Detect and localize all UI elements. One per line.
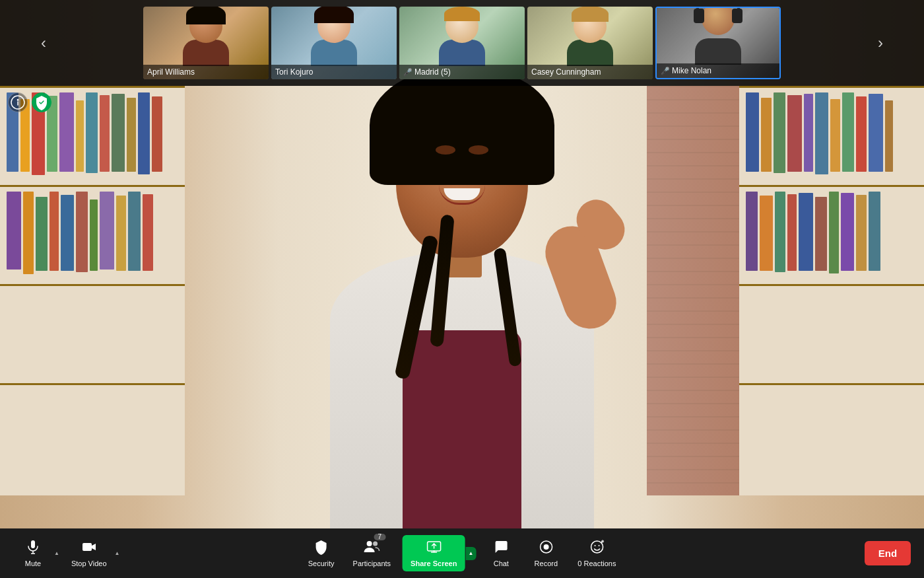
video-background xyxy=(0,0,924,578)
share-screen-icon xyxy=(426,539,442,558)
video-chevron[interactable]: ▲ xyxy=(112,547,123,560)
participants-icon-wrapper: 7 xyxy=(363,539,380,558)
thumbnail-label-tori: Tori Kojuro xyxy=(271,65,397,79)
stop-video-label: Stop Video xyxy=(71,560,107,567)
info-button[interactable] xyxy=(8,92,28,112)
record-button[interactable]: Record xyxy=(526,535,566,571)
reactions-svg xyxy=(589,539,605,555)
end-button[interactable]: End xyxy=(865,541,911,565)
mute-group: Mute ▲ xyxy=(13,535,62,571)
svg-point-16 xyxy=(594,545,595,546)
share-screen-svg xyxy=(426,539,442,555)
thumbnails-bar: ‹ April Williams xyxy=(0,0,924,86)
info-icon xyxy=(10,94,26,110)
info-icons-bar xyxy=(8,92,51,112)
stop-video-group: Stop Video ▲ xyxy=(65,535,123,571)
reactions-button[interactable]: 0 Reactions xyxy=(571,535,622,571)
stop-video-button[interactable]: Stop Video xyxy=(65,535,114,571)
svg-point-7 xyxy=(366,541,372,546)
share-screen-label: Share Screen xyxy=(411,560,457,567)
record-icon xyxy=(538,539,554,558)
chat-button[interactable]: Chat xyxy=(481,535,521,571)
svg-point-8 xyxy=(373,542,378,546)
chevron-up-icon: ▲ xyxy=(54,551,59,556)
reactions-icon xyxy=(589,539,605,558)
reactions-label: 0 Reactions xyxy=(578,560,616,567)
svg-point-15 xyxy=(591,541,603,553)
toolbar-right: End xyxy=(865,541,911,565)
participants-button[interactable]: 7 Participants xyxy=(346,535,397,571)
toolbar-center: Security 7 Participants xyxy=(302,535,623,571)
thumbnail-label-casey: Casey Cunningham xyxy=(527,65,653,79)
mute-button[interactable]: Mute xyxy=(13,535,53,571)
svg-rect-3 xyxy=(31,540,35,548)
share-screen-group: Share Screen ▲ xyxy=(403,535,476,571)
chevron-up-icon-3: ▲ xyxy=(468,551,473,556)
security-shield-button[interactable] xyxy=(32,92,51,112)
shield-toolbar-icon xyxy=(314,539,329,555)
muted-icon-mike: 🎤 xyxy=(661,67,670,75)
next-arrow[interactable]: › xyxy=(870,28,891,57)
mic-svg xyxy=(25,539,41,555)
prev-arrow[interactable]: ‹ xyxy=(33,28,54,57)
chat-label: Chat xyxy=(494,560,509,567)
toolbar: Mute ▲ Stop Video ▲ xyxy=(0,528,924,578)
participants-svg xyxy=(363,539,380,555)
chat-icon xyxy=(493,539,509,558)
thumbnail-mike[interactable]: 🎤Mike Nolan xyxy=(655,7,781,79)
muted-icon-madrid: 🎤 xyxy=(403,68,412,76)
thumbnail-label-mike: 🎤Mike Nolan xyxy=(657,63,779,78)
thumbnail-madrid[interactable]: 🎤Madrid (5) xyxy=(399,7,525,79)
record-svg xyxy=(538,539,554,555)
participants-label: Participants xyxy=(353,560,391,567)
thumbnail-april[interactable]: April Williams xyxy=(143,7,269,79)
chevron-up-icon-2: ▲ xyxy=(115,551,120,556)
security-icon xyxy=(314,539,329,558)
thumbnail-tori[interactable]: Tori Kojuro xyxy=(271,7,397,79)
security-button[interactable]: Security xyxy=(302,535,341,571)
camera-svg xyxy=(81,539,97,555)
main-video-area: ‹ April Williams xyxy=(0,0,924,578)
record-label: Record xyxy=(535,560,558,567)
svg-point-14 xyxy=(543,544,548,550)
thumbnail-label-april: April Williams xyxy=(143,65,269,79)
microphone-icon xyxy=(25,539,41,558)
participants-count-badge: 7 xyxy=(374,534,385,540)
camera-icon xyxy=(81,539,97,558)
share-screen-button[interactable]: Share Screen xyxy=(403,535,465,571)
thumbnail-casey[interactable]: Casey Cunningham xyxy=(527,7,653,79)
chat-svg xyxy=(493,539,509,555)
mute-label: Mute xyxy=(25,560,41,567)
mute-chevron[interactable]: ▲ xyxy=(51,547,62,560)
participants-icon: 7 xyxy=(363,539,380,558)
thumbnails-list: April Williams Tori Kojuro xyxy=(57,7,867,79)
svg-point-17 xyxy=(598,545,599,546)
thumbnail-label-madrid: 🎤Madrid (5) xyxy=(399,65,525,79)
security-label: Security xyxy=(308,560,335,567)
shield-icon xyxy=(34,94,50,110)
svg-rect-6 xyxy=(82,543,92,551)
share-screen-chevron[interactable]: ▲ xyxy=(465,547,476,560)
